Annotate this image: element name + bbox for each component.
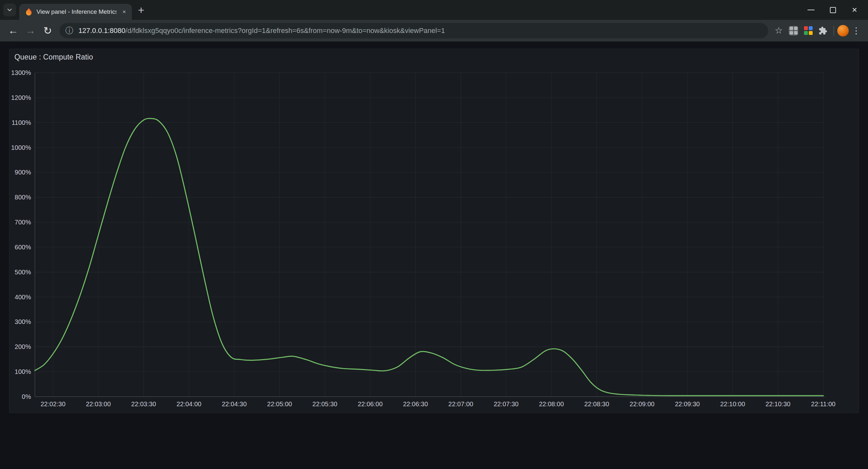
x-tick-label: 22:07:30 bbox=[494, 401, 519, 408]
x-tick-label: 22:07:00 bbox=[448, 401, 473, 408]
x-tick-label: 22:05:30 bbox=[312, 401, 337, 408]
grafana-favicon-icon bbox=[24, 7, 33, 16]
site-info-icon[interactable]: ⓘ bbox=[65, 25, 73, 36]
chart-panel: Queue : Compute Ratio 0%100%200%300%400%… bbox=[9, 49, 859, 413]
plus-icon: + bbox=[138, 4, 144, 16]
new-tab-button[interactable]: + bbox=[134, 3, 148, 17]
y-tick-label: 1300% bbox=[11, 69, 31, 76]
maximize-button[interactable] bbox=[822, 0, 844, 20]
reload-icon: ↻ bbox=[43, 25, 52, 37]
chevron-down-icon bbox=[6, 6, 13, 13]
extensions-menu-button[interactable] bbox=[815, 23, 830, 38]
bookmark-star-button[interactable]: ☆ bbox=[771, 23, 786, 38]
browser-toolbar: ← → ↻ ⓘ 127.0.0.1:8080/d/fdklsxg5qqyo0c/… bbox=[0, 20, 868, 42]
x-tick-label: 22:09:30 bbox=[675, 401, 700, 408]
y-tick-label: 300% bbox=[15, 318, 31, 325]
reload-button[interactable]: ↻ bbox=[39, 22, 56, 39]
extension-button-1[interactable] bbox=[786, 23, 801, 38]
y-tick-label: 200% bbox=[15, 343, 31, 350]
series-line bbox=[35, 119, 823, 396]
close-window-icon: × bbox=[852, 5, 857, 14]
y-tick-label: 600% bbox=[15, 244, 31, 251]
puzzle-icon bbox=[818, 26, 827, 35]
forward-icon: → bbox=[25, 25, 35, 36]
x-tick-label: 22:02:30 bbox=[41, 401, 66, 408]
y-tick-label: 700% bbox=[15, 219, 31, 226]
x-tick-label: 22:05:00 bbox=[267, 401, 292, 408]
y-tick-label: 1100% bbox=[11, 119, 31, 126]
x-tick-label: 22:10:00 bbox=[720, 401, 745, 408]
url-host: 127.0.0.1:8080 bbox=[79, 27, 125, 35]
url-text: 127.0.0.1:8080/d/fdklsxg5qqyo0c/inferenc… bbox=[79, 27, 445, 35]
y-tick-label: 500% bbox=[15, 269, 31, 276]
panel-title: Queue : Compute Ratio bbox=[14, 53, 93, 61]
x-tick-label: 22:09:00 bbox=[629, 401, 654, 408]
extension-icon-1 bbox=[788, 26, 798, 35]
minimize-button[interactable] bbox=[800, 0, 822, 20]
back-icon: ← bbox=[8, 25, 18, 36]
window-controls: × bbox=[800, 0, 865, 20]
close-icon: × bbox=[122, 8, 126, 15]
forward-button[interactable]: → bbox=[22, 22, 39, 39]
address-bar[interactable]: ⓘ 127.0.0.1:8080/d/fdklsxg5qqyo0c/infere… bbox=[60, 23, 768, 38]
y-tick-label: 800% bbox=[15, 194, 31, 201]
toolbar-separator bbox=[833, 26, 834, 36]
extension-icon-2 bbox=[804, 26, 813, 35]
x-tick-label: 22:08:30 bbox=[584, 401, 610, 408]
y-tick-label: 400% bbox=[15, 293, 31, 301]
maximize-icon bbox=[830, 7, 836, 13]
x-tick-label: 22:08:00 bbox=[539, 401, 564, 408]
browser-tab[interactable]: View panel - Inference Metrics × bbox=[19, 4, 132, 20]
tab-close-button[interactable]: × bbox=[120, 7, 129, 16]
grid-lines bbox=[35, 73, 825, 397]
axis-labels: 0%100%200%300%400%500%600%700%800%900%10… bbox=[11, 69, 836, 408]
minimize-icon bbox=[807, 10, 814, 10]
tab-search-button[interactable] bbox=[3, 3, 16, 16]
y-tick-label: 100% bbox=[15, 368, 31, 375]
time-series-chart: 0%100%200%300%400%500%600%700%800%900%10… bbox=[9, 49, 859, 413]
x-tick-label: 22:11:00 bbox=[811, 401, 835, 408]
x-tick-label: 22:06:00 bbox=[358, 401, 383, 408]
x-tick-label: 22:03:00 bbox=[86, 401, 111, 408]
star-icon: ☆ bbox=[775, 25, 782, 36]
x-tick-label: 22:06:30 bbox=[403, 401, 428, 408]
grafana-kiosk-page: Queue : Compute Ratio 0%100%200%300%400%… bbox=[0, 42, 868, 469]
tab-title: View panel - Inference Metrics bbox=[36, 8, 117, 15]
kebab-menu-icon: ⋮ bbox=[852, 26, 861, 36]
back-button[interactable]: ← bbox=[4, 22, 22, 39]
x-tick-label: 22:10:30 bbox=[766, 401, 790, 408]
profile-avatar[interactable] bbox=[837, 25, 849, 36]
y-tick-label: 1000% bbox=[11, 144, 31, 151]
url-path: /d/fdklsxg5qqyo0c/inference-metrics?orgI… bbox=[125, 27, 445, 35]
x-tick-label: 22:04:30 bbox=[222, 401, 247, 408]
close-window-button[interactable]: × bbox=[844, 0, 865, 20]
x-tick-label: 22:03:30 bbox=[131, 401, 156, 408]
tab-strip: View panel - Inference Metrics × + × bbox=[0, 0, 868, 20]
x-tick-label: 22:04:00 bbox=[176, 401, 201, 408]
y-tick-label: 900% bbox=[15, 169, 31, 176]
y-tick-label: 1200% bbox=[11, 94, 31, 101]
extension-button-2[interactable] bbox=[801, 23, 815, 38]
browser-menu-button[interactable]: ⋮ bbox=[849, 23, 864, 38]
browser-window: View panel - Inference Metrics × + × ← → bbox=[0, 0, 868, 469]
y-tick-label: 0% bbox=[22, 393, 31, 400]
axis-lines bbox=[35, 73, 825, 397]
